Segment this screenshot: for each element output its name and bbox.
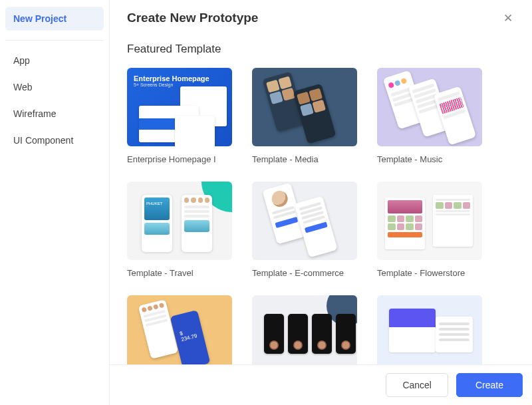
template-label: Template - Travel: [127, 268, 232, 278]
template-thumbnail: [377, 68, 482, 146]
dialog-title: Create New Prototype: [127, 11, 258, 25]
template-card-enterprise-homepage[interactable]: Enterprise Homepage 5+ Screens Design En…: [127, 68, 232, 164]
template-thumbnail: [252, 295, 357, 374]
sidebar-item-ui-component[interactable]: UI Component: [5, 127, 104, 154]
sidebar: New Project App Web Wireframe UI Compone…: [0, 0, 110, 405]
create-button[interactable]: Create: [456, 373, 523, 397]
dialog-footer: Cancel Create: [110, 364, 532, 405]
sidebar-item-app[interactable]: App: [5, 47, 104, 74]
template-card-travel[interactable]: PHUKET Template - Travel: [127, 182, 232, 278]
template-thumbnail: PHUKET: [127, 182, 232, 260]
template-label: Template - Flowerstore: [377, 268, 482, 278]
close-icon: ✕: [503, 11, 513, 25]
sidebar-item-wireframe[interactable]: Wireframe: [5, 100, 104, 127]
content-scroll[interactable]: Featured Template Enterprise Homepage 5+…: [110, 31, 532, 405]
close-button[interactable]: ✕: [501, 11, 515, 25]
main: Create New Prototype ✕ Featured Template…: [110, 0, 532, 405]
sidebar-item-web[interactable]: Web: [5, 74, 104, 100]
section-title: Featured Template: [127, 43, 515, 56]
sidebar-new-project[interactable]: New Project: [5, 7, 104, 31]
cancel-button[interactable]: Cancel: [386, 373, 448, 397]
template-card-ecommerce[interactable]: Template - E-commerce: [252, 182, 357, 278]
template-thumbnail: [377, 182, 482, 260]
template-thumbnail: Enterprise Homepage 5+ Screens Design: [127, 68, 232, 146]
template-label: Template - E-commerce: [252, 268, 357, 278]
template-card-media[interactable]: Template - Media: [252, 68, 357, 164]
template-card-music[interactable]: Template - Music: [377, 68, 482, 164]
template-label: Template - Music: [377, 154, 482, 164]
template-grid: Enterprise Homepage 5+ Screens Design En…: [127, 68, 515, 399]
dialog-header: Create New Prototype ✕: [110, 0, 532, 31]
template-thumbnail: $ 234.79: [127, 295, 232, 374]
template-label: Enterprise Homepage I: [127, 154, 232, 164]
template-thumbnail: [377, 295, 482, 374]
sidebar-divider: [5, 40, 104, 41]
template-thumbnail: [252, 182, 357, 260]
template-card-flowerstore[interactable]: Template - Flowerstore: [377, 182, 482, 278]
create-prototype-dialog: New Project App Web Wireframe UI Compone…: [0, 0, 532, 405]
template-label: Template - Media: [252, 154, 357, 164]
template-thumbnail: [252, 68, 357, 146]
